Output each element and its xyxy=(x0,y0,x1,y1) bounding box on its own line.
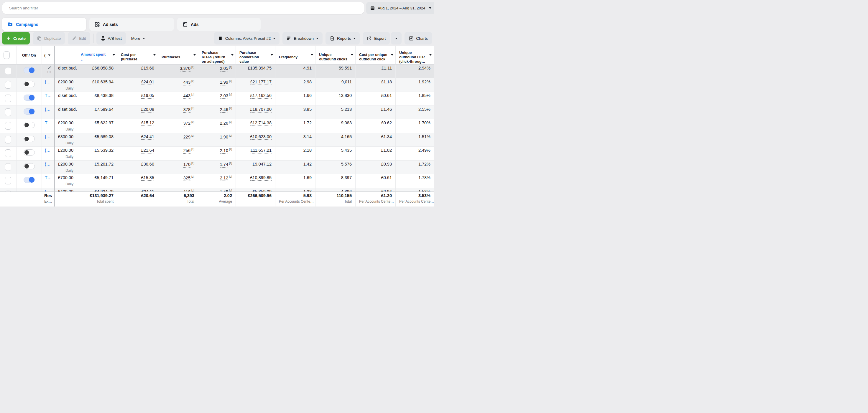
column-header-label: Frequency xyxy=(279,55,298,60)
campaign-toggle[interactable] xyxy=(24,67,35,73)
tab-ad-sets[interactable]: Ad sets xyxy=(89,18,174,31)
table-row: {…£200.00Daily£5,201.72£30.60170[2]1.74[… xyxy=(0,161,434,174)
search-input[interactable]: Search and filter xyxy=(2,2,365,14)
row-checkbox[interactable] xyxy=(5,122,11,130)
cell-ctr: 1.51% xyxy=(396,133,434,147)
row-checkbox-cell xyxy=(0,161,17,174)
campaign-name-link[interactable]: {… xyxy=(45,107,51,112)
row-checkbox[interactable] xyxy=(5,149,11,157)
campaign-toggle[interactable] xyxy=(24,122,35,128)
column-header-conv[interactable]: Purchase conversion value xyxy=(236,46,275,64)
ab-test-button[interactable]: A/B test xyxy=(96,32,126,44)
cell-clicks: 5,435 xyxy=(315,147,355,160)
cell-conv: £11,657.21 xyxy=(236,147,275,160)
footnote-marker: [2] xyxy=(191,148,194,151)
row-checkbox[interactable] xyxy=(5,81,11,89)
metric-value: 2.03 xyxy=(220,93,228,99)
footer-sublabel: Per Accounts Cente… xyxy=(399,199,431,204)
tab-ad-sets-label: Ad sets xyxy=(103,22,118,27)
frozen-column-divider[interactable] xyxy=(54,46,55,207)
campaign-name-link[interactable]: T… xyxy=(45,121,52,125)
columns-button[interactable]: Columns: Aleks Preset #2 xyxy=(214,32,280,44)
row-checkbox[interactable] xyxy=(5,177,11,184)
footer-results-cell: ResEx… xyxy=(42,192,54,207)
row-toggle-cell xyxy=(17,174,42,187)
edit-button[interactable]: Edit xyxy=(68,32,90,44)
campaign-name-link[interactable]: {… xyxy=(45,134,51,139)
campaign-toggle[interactable] xyxy=(24,149,35,156)
footer-clicks: 110,155Total xyxy=(315,192,355,207)
campaign-name-cell: T… xyxy=(42,174,54,187)
select-all-checkbox[interactable] xyxy=(3,51,10,59)
footer-spacer xyxy=(0,192,42,207)
column-header-clicks[interactable]: Unique outbound clicks xyxy=(315,46,355,64)
campaign-toggle[interactable] xyxy=(24,95,35,101)
campaign-name-link[interactable]: T… xyxy=(45,93,52,98)
export-button[interactable]: Export xyxy=(363,32,390,44)
date-range-button[interactable]: Aug 1, 2024 – Aug 31, 2024 xyxy=(366,2,434,14)
table-body: ●●●d set bud…£66,058.58£19.603,370[2]2.0… xyxy=(0,65,434,192)
campaign-name-link[interactable]: {… xyxy=(45,162,51,166)
tab-ads[interactable]: Ads xyxy=(177,18,261,31)
breakdown-button-label: Breakdown xyxy=(294,36,314,41)
metric-value: £20.08 xyxy=(141,107,154,112)
export-options-button[interactable] xyxy=(391,32,402,44)
select-all-checkbox-cell[interactable] xyxy=(0,46,17,64)
campaign-toggle[interactable] xyxy=(24,136,35,142)
reports-button[interactable]: Reports xyxy=(326,32,360,44)
create-button[interactable]: Create xyxy=(2,32,30,44)
cell-ctr: 2.55% xyxy=(396,106,434,119)
campaign-name-link[interactable]: {… xyxy=(45,79,51,84)
column-header-ctr[interactable]: Unique outbound CTR (click-throug… xyxy=(396,46,434,64)
cell-clicks: 4,165 xyxy=(315,133,355,147)
metric-value: £24.41 xyxy=(141,134,154,140)
row-toggle-cell xyxy=(17,147,42,160)
cell-ctr: 1.72% xyxy=(396,161,434,174)
ab-test-button-label: A/B test xyxy=(108,36,122,41)
footer-freq: 5.98Per Accounts Cente… xyxy=(275,192,315,207)
export-icon xyxy=(367,36,372,41)
footer-sublabel: Per Accounts Cente… xyxy=(359,199,392,204)
footer-cpp: £20.64 xyxy=(117,192,158,207)
campaign-toggle[interactable] xyxy=(24,81,35,87)
cell-freq: 3.85 xyxy=(275,106,315,119)
campaign-toggle[interactable] xyxy=(24,108,35,114)
metric-value: £0.93 xyxy=(381,162,392,166)
budget-text: d set bud… xyxy=(58,107,73,112)
metric-value: £10,899.85 xyxy=(250,175,272,181)
metric-value: 1.85% xyxy=(418,93,431,98)
row-checkbox[interactable] xyxy=(5,95,11,102)
column-header-purchases[interactable]: Purchases xyxy=(158,46,198,64)
more-button[interactable]: More xyxy=(129,32,148,44)
campaign-name-cell: {… xyxy=(42,106,54,119)
chevron-down-icon xyxy=(311,54,313,56)
duplicate-button[interactable]: Duplicate xyxy=(33,32,65,44)
metric-value: £21.64 xyxy=(141,148,154,153)
pencil-icon[interactable] xyxy=(48,66,52,70)
campaign-toggle[interactable] xyxy=(24,177,35,183)
column-header-roas[interactable]: Purchase ROAS (return on ad spend) xyxy=(198,46,236,64)
column-header-freq[interactable]: Frequency xyxy=(275,46,315,64)
row-checkbox[interactable] xyxy=(5,136,11,143)
row-checkbox[interactable] xyxy=(5,163,11,171)
date-range-label: Aug 1, 2024 – Aug 31, 2024 xyxy=(378,6,425,10)
campaign-name-link[interactable]: T… xyxy=(45,175,52,180)
campaign-toggle[interactable] xyxy=(24,163,35,169)
chevron-down-icon xyxy=(351,54,353,56)
breakdown-button[interactable]: Breakdown xyxy=(282,32,322,44)
cell-cpp: £24.41 xyxy=(117,133,158,147)
row-checkbox[interactable] xyxy=(5,108,11,116)
column-header-cpuoc[interactable]: Cost per unique outbound click xyxy=(355,46,396,64)
ellipsis-icon[interactable]: ●●● xyxy=(47,71,52,73)
footnote-marker: [2] xyxy=(229,148,232,151)
charts-button[interactable]: Charts xyxy=(404,32,432,44)
campaign-name-link[interactable]: {… xyxy=(45,148,51,152)
tab-campaigns[interactable]: Campaigns xyxy=(2,18,86,31)
row-checkbox-cell xyxy=(0,78,17,92)
column-header-name[interactable]: ( xyxy=(42,46,54,64)
row-checkbox[interactable] xyxy=(5,67,11,75)
column-header-cpp[interactable]: Cost per purchase xyxy=(117,46,158,64)
duplicate-icon xyxy=(37,36,42,41)
column-header-amount[interactable]: Amount spent↓ xyxy=(77,46,117,64)
chevron-down-icon xyxy=(395,38,398,39)
